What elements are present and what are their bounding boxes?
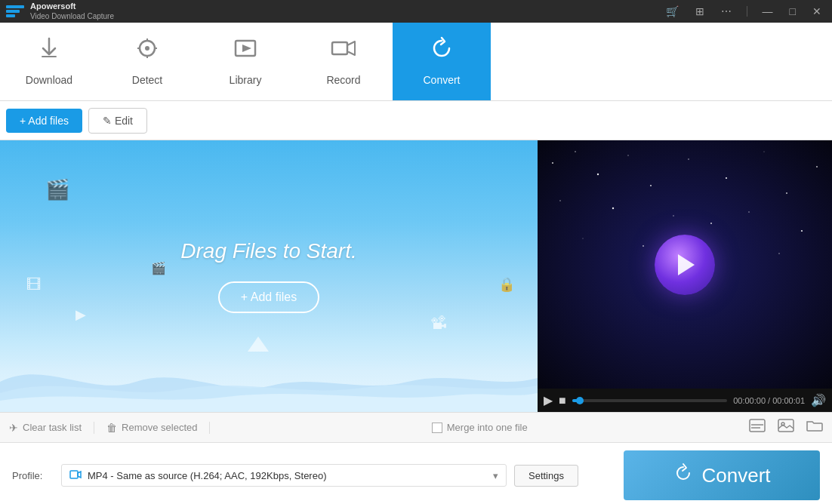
svg-point-8 — [597, 174, 599, 175]
svg-point-13 — [763, 151, 764, 152]
profile-video-icon — [69, 469, 82, 481]
app-name: Apowersoft — [30, 2, 114, 11]
svg-point-10 — [650, 185, 652, 186]
clear-task-button[interactable]: ✈ Clear task list — [9, 422, 94, 434]
subtitle-icon[interactable] — [749, 419, 766, 436]
svg-point-18 — [673, 215, 673, 216]
video-preview: ▶ ■ 00:00:00 / 00:00:01 🔊 — [538, 140, 832, 412]
remove-selected-label: Remove selected — [122, 422, 197, 433]
record-label: Record — [326, 74, 360, 86]
library-label: Library — [230, 74, 262, 86]
content-area: 🎬 🎞 ▶ 🎬 📽 🔒 Drag Files to Start. + Add f… — [0, 140, 832, 412]
convert-button[interactable]: Convert — [624, 450, 820, 500]
detect-label: Detect — [132, 74, 162, 86]
profile-row: Profile: MP4 - Same as source (H.264; AA… — [12, 450, 820, 500]
svg-point-19 — [710, 223, 712, 224]
edit-button[interactable]: ✎ Edit — [88, 108, 147, 134]
svg-point-9 — [627, 155, 628, 155]
minimize-button[interactable]: — — [758, 4, 778, 19]
merge-label: Merge into one file — [447, 422, 528, 433]
svg-point-20 — [748, 211, 750, 213]
drag-text: Drag Files to Start. — [180, 239, 356, 263]
svg-marker-32 — [78, 472, 81, 478]
folder-open-icon[interactable] — [806, 419, 823, 436]
app-subtitle: Video Download Capture — [30, 12, 114, 21]
close-button[interactable]: ✕ — [808, 4, 826, 19]
main-toolbar: Download Detect Library Record — [0, 23, 832, 101]
reel-icon: 🎞 — [26, 276, 42, 293]
titlebar: Apowersoft Video Download Capture 🛒 ⊞ ⋯ … — [0, 0, 832, 23]
svg-point-25 — [778, 253, 780, 254]
time-display: 00:00:00 / 00:00:01 — [733, 396, 805, 405]
svg-rect-31 — [70, 471, 78, 478]
play-triangle — [678, 254, 695, 275]
svg-point-15 — [816, 166, 818, 167]
svg-rect-29 — [778, 419, 793, 432]
preview-screen — [538, 140, 832, 389]
play-icon: ▶ — [75, 306, 86, 323]
profile-dropdown-arrow: ▾ — [493, 470, 498, 481]
download-label: Download — [26, 74, 72, 86]
toolbar-item-record[interactable]: Record — [294, 23, 393, 100]
stop-control-button[interactable]: ■ — [559, 394, 566, 407]
clear-icon: ✈ — [9, 422, 18, 434]
volume-button[interactable]: 🔊 — [811, 393, 826, 407]
actionbar: + Add files ✎ Edit — [0, 101, 832, 140]
play-button[interactable] — [655, 235, 715, 295]
remove-icon: 🗑 — [106, 422, 117, 434]
download-icon — [35, 35, 63, 68]
detect-icon — [134, 35, 161, 68]
record-icon — [330, 35, 357, 68]
svg-point-23 — [642, 245, 644, 247]
profile-label: Profile: — [12, 470, 54, 481]
progress-bar[interactable] — [572, 399, 728, 402]
remove-selected-button[interactable]: 🗑 Remove selected — [94, 422, 210, 434]
svg-rect-26 — [750, 419, 765, 432]
profile-value: MP4 - Same as source (H.264; AAC, 192Kbp… — [88, 470, 487, 481]
svg-point-17 — [612, 207, 614, 209]
grid-icon[interactable]: ⊞ — [691, 4, 709, 19]
merge-checkbox[interactable] — [432, 423, 442, 433]
clapboard-icon: 🎬 — [151, 261, 166, 275]
svg-point-14 — [786, 192, 787, 194]
titlebar-left: Apowersoft Video Download Capture — [6, 2, 114, 20]
cart-icon[interactable]: 🛒 — [661, 4, 683, 19]
toolbar-item-download[interactable]: Download — [0, 23, 98, 100]
svg-point-12 — [726, 177, 727, 179]
svg-rect-5 — [332, 42, 347, 54]
profile-select[interactable]: MP4 - Same as source (H.264; AAC, 192Kbp… — [61, 464, 507, 487]
menu-icon[interactable]: ⋯ — [716, 4, 736, 19]
convert-icon — [428, 35, 455, 68]
svg-rect-0 — [42, 56, 57, 57]
progress-dot — [576, 397, 584, 404]
library-icon — [232, 35, 259, 68]
svg-point-6 — [552, 162, 553, 164]
video-controls: ▶ ■ 00:00:00 / 00:00:01 🔊 — [538, 389, 832, 412]
svg-point-22 — [582, 238, 583, 238]
dropzone[interactable]: 🎬 🎞 ▶ 🎬 📽 🔒 Drag Files to Start. + Add f… — [0, 140, 538, 412]
play-control-button[interactable]: ▶ — [544, 393, 553, 407]
svg-point-11 — [688, 158, 689, 160]
svg-point-21 — [801, 230, 803, 232]
taskbar: ✈ Clear task list 🗑 Remove selected Merg… — [0, 412, 832, 442]
maximize-button[interactable]: □ — [785, 4, 800, 19]
merge-area: Merge into one file — [432, 422, 528, 433]
settings-button[interactable]: Settings — [514, 465, 578, 487]
add-files-button[interactable]: + Add files — [6, 109, 82, 133]
svg-marker-4 — [242, 45, 251, 52]
film-icon: 🎬 — [45, 178, 69, 201]
toolbar-item-detect[interactable]: Detect — [98, 23, 196, 100]
convert-button-icon — [673, 463, 694, 489]
dropzone-add-button[interactable]: + Add files — [218, 281, 319, 313]
toolbar-item-convert[interactable]: Convert — [393, 23, 491, 100]
image-icon[interactable] — [778, 419, 794, 436]
taskbar-right-icons — [749, 419, 823, 436]
lock-icon: 🔒 — [498, 276, 515, 293]
svg-point-7 — [575, 151, 576, 152]
titlebar-controls: 🛒 ⊞ ⋯ — □ ✕ — [661, 4, 826, 19]
app-logo — [6, 2, 24, 20]
convert-label: Convert — [423, 74, 460, 86]
svg-point-2 — [145, 46, 149, 51]
bottom-controls: Profile: MP4 - Same as source (H.264; AA… — [0, 442, 832, 504]
toolbar-item-library[interactable]: Library — [196, 23, 294, 100]
